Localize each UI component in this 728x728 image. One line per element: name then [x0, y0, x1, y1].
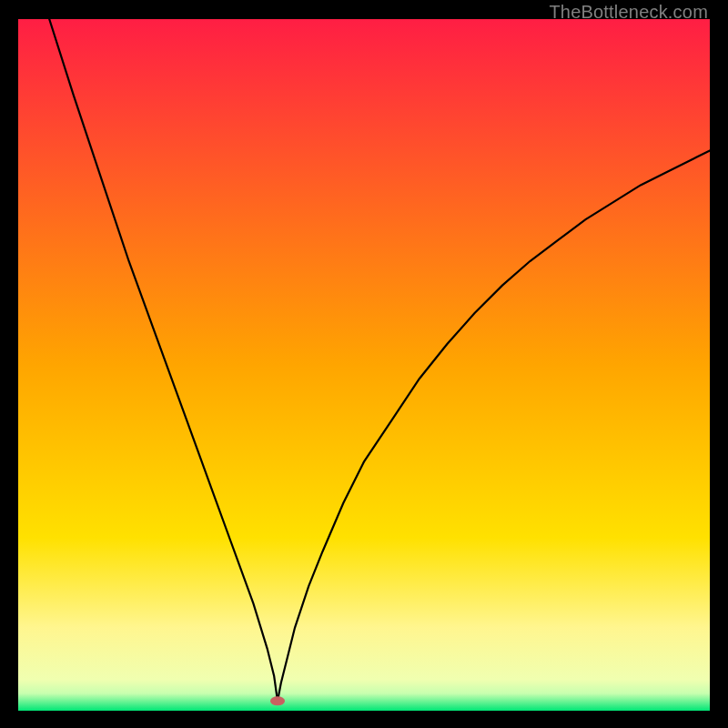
minimum-marker — [270, 696, 285, 705]
gradient-background — [18, 19, 710, 711]
chart-svg — [18, 19, 710, 711]
watermark-text: TheBottleneck.com — [549, 2, 708, 23]
chart-area — [18, 19, 710, 711]
